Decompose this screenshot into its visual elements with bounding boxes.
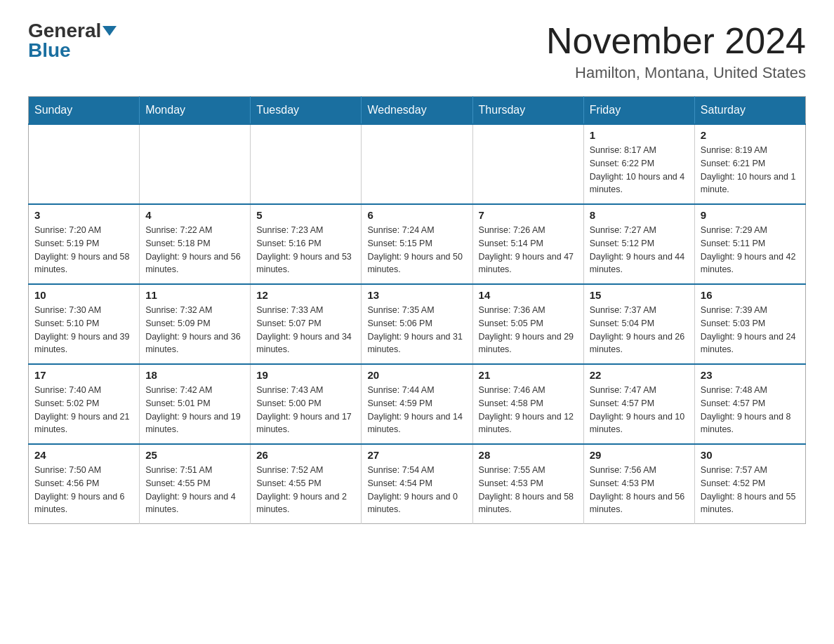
day-number: 3: [34, 209, 133, 221]
day-number: 27: [367, 449, 466, 461]
calendar-cell: 6Sunrise: 7:24 AMSunset: 5:15 PMDaylight…: [362, 204, 472, 284]
calendar-cell: 28Sunrise: 7:55 AMSunset: 4:53 PMDayligh…: [472, 444, 583, 524]
calendar-cell: 22Sunrise: 7:47 AMSunset: 4:57 PMDayligh…: [583, 364, 694, 444]
day-number: 26: [256, 449, 355, 461]
calendar-cell: 25Sunrise: 7:51 AMSunset: 4:55 PMDayligh…: [140, 444, 251, 524]
calendar-cell: 8Sunrise: 7:27 AMSunset: 5:12 PMDaylight…: [583, 204, 694, 284]
day-number: 15: [590, 289, 689, 301]
calendar-cell: 10Sunrise: 7:30 AMSunset: 5:10 PMDayligh…: [29, 284, 140, 364]
day-info: Sunrise: 7:35 AMSunset: 5:06 PMDaylight:…: [367, 304, 466, 356]
weekday-header-wednesday: Wednesday: [362, 97, 472, 125]
calendar-cell: 3Sunrise: 7:20 AMSunset: 5:19 PMDaylight…: [29, 204, 140, 284]
logo-blue: Blue: [28, 41, 71, 60]
day-number: 5: [256, 209, 355, 221]
calendar-cell: 7Sunrise: 7:26 AMSunset: 5:14 PMDaylight…: [472, 204, 583, 284]
page-header: General Blue November 2024 Hamilton, Mon…: [28, 21, 806, 82]
location-title: Hamilton, Montana, United States: [546, 64, 806, 82]
title-block: November 2024 Hamilton, Montana, United …: [546, 21, 806, 82]
day-info: Sunrise: 7:33 AMSunset: 5:07 PMDaylight:…: [256, 304, 355, 356]
day-number: 8: [590, 209, 689, 221]
calendar-cell: 15Sunrise: 7:37 AMSunset: 5:04 PMDayligh…: [583, 284, 694, 364]
day-info: Sunrise: 7:29 AMSunset: 5:11 PMDaylight:…: [701, 224, 800, 276]
day-info: Sunrise: 7:57 AMSunset: 4:52 PMDaylight:…: [701, 464, 800, 516]
day-info: Sunrise: 7:56 AMSunset: 4:53 PMDaylight:…: [590, 464, 689, 516]
day-number: 7: [479, 209, 578, 221]
day-number: 29: [590, 449, 689, 461]
calendar-cell: 16Sunrise: 7:39 AMSunset: 5:03 PMDayligh…: [694, 284, 805, 364]
day-info: Sunrise: 7:47 AMSunset: 4:57 PMDaylight:…: [590, 384, 689, 436]
calendar-cell: [362, 124, 472, 204]
month-title: November 2024: [546, 21, 806, 61]
day-info: Sunrise: 7:48 AMSunset: 4:57 PMDaylight:…: [701, 384, 800, 436]
day-info: Sunrise: 7:46 AMSunset: 4:58 PMDaylight:…: [479, 384, 578, 436]
calendar-week-row: 17Sunrise: 7:40 AMSunset: 5:02 PMDayligh…: [29, 364, 806, 444]
day-number: 24: [34, 449, 133, 461]
day-info: Sunrise: 8:17 AMSunset: 6:22 PMDaylight:…: [590, 144, 689, 196]
calendar-cell: 21Sunrise: 7:46 AMSunset: 4:58 PMDayligh…: [472, 364, 583, 444]
day-number: 12: [256, 289, 355, 301]
day-number: 21: [479, 369, 578, 381]
day-number: 9: [701, 209, 800, 221]
day-info: Sunrise: 7:39 AMSunset: 5:03 PMDaylight:…: [701, 304, 800, 356]
calendar-cell: 19Sunrise: 7:43 AMSunset: 5:00 PMDayligh…: [251, 364, 362, 444]
day-number: 19: [256, 369, 355, 381]
day-number: 23: [701, 369, 800, 381]
day-info: Sunrise: 7:55 AMSunset: 4:53 PMDaylight:…: [479, 464, 578, 516]
weekday-header-saturday: Saturday: [694, 97, 805, 125]
day-number: 16: [701, 289, 800, 301]
calendar-cell: 27Sunrise: 7:54 AMSunset: 4:54 PMDayligh…: [362, 444, 472, 524]
day-info: Sunrise: 7:42 AMSunset: 5:01 PMDaylight:…: [145, 384, 244, 436]
day-number: 18: [145, 369, 244, 381]
day-number: 20: [367, 369, 466, 381]
calendar-cell: 11Sunrise: 7:32 AMSunset: 5:09 PMDayligh…: [140, 284, 251, 364]
day-info: Sunrise: 7:40 AMSunset: 5:02 PMDaylight:…: [34, 384, 133, 436]
calendar-cell: 20Sunrise: 7:44 AMSunset: 4:59 PMDayligh…: [362, 364, 472, 444]
day-info: Sunrise: 7:32 AMSunset: 5:09 PMDaylight:…: [145, 304, 244, 356]
day-number: 6: [367, 209, 466, 221]
calendar-cell: [472, 124, 583, 204]
day-info: Sunrise: 7:37 AMSunset: 5:04 PMDaylight:…: [590, 304, 689, 356]
calendar-cell: 18Sunrise: 7:42 AMSunset: 5:01 PMDayligh…: [140, 364, 251, 444]
day-info: Sunrise: 7:22 AMSunset: 5:18 PMDaylight:…: [145, 224, 244, 276]
day-info: Sunrise: 7:30 AMSunset: 5:10 PMDaylight:…: [34, 304, 133, 356]
weekday-header-thursday: Thursday: [472, 97, 583, 125]
calendar-cell: [140, 124, 251, 204]
weekday-header-monday: Monday: [140, 97, 251, 125]
calendar-cell: 24Sunrise: 7:50 AMSunset: 4:56 PMDayligh…: [29, 444, 140, 524]
day-number: 22: [590, 369, 689, 381]
calendar-cell: 1Sunrise: 8:17 AMSunset: 6:22 PMDaylight…: [583, 124, 694, 204]
calendar-cell: [251, 124, 362, 204]
day-info: Sunrise: 7:36 AMSunset: 5:05 PMDaylight:…: [479, 304, 578, 356]
day-info: Sunrise: 7:26 AMSunset: 5:14 PMDaylight:…: [479, 224, 578, 276]
calendar-cell: 23Sunrise: 7:48 AMSunset: 4:57 PMDayligh…: [694, 364, 805, 444]
calendar-cell: 30Sunrise: 7:57 AMSunset: 4:52 PMDayligh…: [694, 444, 805, 524]
day-number: 11: [145, 289, 244, 301]
day-number: 14: [479, 289, 578, 301]
calendar-cell: 4Sunrise: 7:22 AMSunset: 5:18 PMDaylight…: [140, 204, 251, 284]
calendar-table: SundayMondayTuesdayWednesdayThursdayFrid…: [28, 96, 806, 524]
logo-general: General: [28, 21, 101, 41]
day-number: 10: [34, 289, 133, 301]
day-info: Sunrise: 7:50 AMSunset: 4:56 PMDaylight:…: [34, 464, 133, 516]
calendar-cell: 12Sunrise: 7:33 AMSunset: 5:07 PMDayligh…: [251, 284, 362, 364]
day-info: Sunrise: 7:54 AMSunset: 4:54 PMDaylight:…: [367, 464, 466, 516]
calendar-cell: 29Sunrise: 7:56 AMSunset: 4:53 PMDayligh…: [583, 444, 694, 524]
logo: General Blue: [28, 21, 117, 60]
calendar-cell: 9Sunrise: 7:29 AMSunset: 5:11 PMDaylight…: [694, 204, 805, 284]
calendar-cell: 14Sunrise: 7:36 AMSunset: 5:05 PMDayligh…: [472, 284, 583, 364]
weekday-header-tuesday: Tuesday: [251, 97, 362, 125]
day-number: 30: [701, 449, 800, 461]
day-info: Sunrise: 7:24 AMSunset: 5:15 PMDaylight:…: [367, 224, 466, 276]
day-number: 17: [34, 369, 133, 381]
day-number: 25: [145, 449, 244, 461]
calendar-week-row: 24Sunrise: 7:50 AMSunset: 4:56 PMDayligh…: [29, 444, 806, 524]
day-info: Sunrise: 7:51 AMSunset: 4:55 PMDaylight:…: [145, 464, 244, 516]
day-info: Sunrise: 7:27 AMSunset: 5:12 PMDaylight:…: [590, 224, 689, 276]
day-info: Sunrise: 7:52 AMSunset: 4:55 PMDaylight:…: [256, 464, 355, 516]
day-info: Sunrise: 8:19 AMSunset: 6:21 PMDaylight:…: [701, 144, 800, 196]
calendar-cell: 17Sunrise: 7:40 AMSunset: 5:02 PMDayligh…: [29, 364, 140, 444]
logo-arrow-icon: [102, 26, 117, 36]
day-number: 13: [367, 289, 466, 301]
day-info: Sunrise: 7:23 AMSunset: 5:16 PMDaylight:…: [256, 224, 355, 276]
calendar-week-row: 3Sunrise: 7:20 AMSunset: 5:19 PMDaylight…: [29, 204, 806, 284]
